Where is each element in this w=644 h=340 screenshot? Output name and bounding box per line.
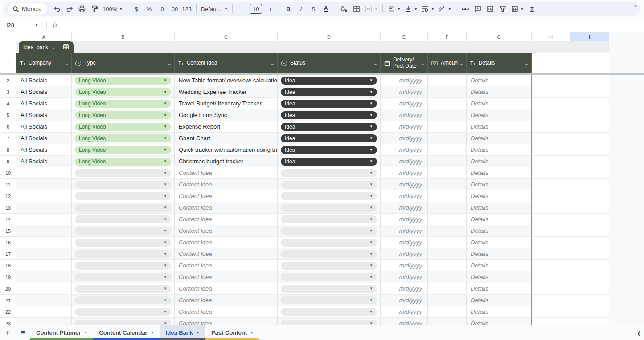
type-dropdown-chip[interactable]: ▼ [75, 250, 171, 258]
content-idea-cell[interactable]: Content Idea [175, 295, 278, 306]
column-header-H[interactable]: H [532, 32, 570, 41]
sheet-tab-past-content[interactable]: Past Content▼ [205, 325, 259, 340]
content-idea-cell[interactable]: Content Idea [175, 318, 278, 325]
table-tools-button[interactable]: ▼ [509, 3, 525, 15]
text-rotate-button[interactable]: A▼ [437, 3, 453, 15]
status-cell[interactable]: ▼ [278, 295, 381, 306]
type-dropdown-chip[interactable]: ▼ [75, 227, 171, 235]
delivery-date-cell[interactable]: m/d/yyyy [381, 237, 428, 248]
type-dropdown-chip[interactable]: Long Video▼ [75, 111, 171, 119]
empty-cell[interactable] [532, 121, 570, 133]
type-cell[interactable]: ▼ [72, 190, 175, 202]
company-cell[interactable]: All Socials [16, 109, 72, 121]
column-header-C[interactable]: C [175, 32, 278, 41]
type-dropdown-chip[interactable]: ▼ [75, 296, 171, 304]
row-header-20[interactable]: 20 [0, 283, 16, 295]
type-dropdown-chip[interactable]: ▼ [75, 181, 171, 189]
amount-cell[interactable] [428, 109, 467, 121]
company-cell[interactable] [16, 318, 72, 325]
hide-menus-icon[interactable]: ⌃ [633, 4, 638, 11]
table-column-header-type[interactable]: ⌄Type⌄ [72, 53, 175, 73]
content-idea-cell[interactable]: Google Form Sync [175, 109, 278, 121]
type-cell[interactable]: ▼ [72, 237, 175, 248]
sheet-tab-content-calendar[interactable]: Content Calendar▼ [93, 325, 160, 340]
column-header-D[interactable]: D [278, 32, 381, 41]
empty-cell[interactable] [532, 133, 570, 144]
amount-cell[interactable] [428, 179, 467, 190]
status-cell[interactable]: ▼ [278, 237, 381, 248]
type-dropdown-chip[interactable]: ▼ [75, 204, 171, 212]
table-column-header-status[interactable]: ⌄Status⌄ [278, 53, 381, 73]
details-cell[interactable]: Details [467, 190, 532, 202]
details-cell[interactable]: Details [467, 144, 532, 156]
column-header-E[interactable]: E [381, 32, 428, 41]
amount-cell[interactable] [428, 98, 467, 109]
details-cell[interactable]: Details [467, 306, 532, 318]
type-cell[interactable]: ▼ [72, 248, 175, 260]
content-idea-cell[interactable]: Content Idea [175, 202, 278, 214]
empty-cell[interactable] [570, 109, 609, 121]
more-formats-button[interactable]: 123 [180, 3, 193, 15]
empty-cell[interactable] [570, 133, 609, 144]
empty-cell[interactable] [532, 167, 570, 179]
company-cell[interactable]: All Socials [16, 121, 72, 133]
row-header-16[interactable]: 16 [0, 237, 16, 248]
type-dropdown-chip[interactable]: ▼ [75, 239, 171, 247]
text-wrap-button[interactable]: ▼ [420, 3, 436, 15]
table-column-header-content-idea[interactable]: TTContent Idea⌄ [175, 53, 278, 73]
empty-cell[interactable] [532, 202, 570, 214]
status-cell[interactable]: ▼ [278, 179, 381, 190]
empty-cell[interactable] [570, 248, 609, 260]
status-dropdown-chip[interactable]: ▼ [281, 192, 377, 200]
decrease-decimals-button[interactable]: .0 [156, 3, 167, 15]
column-header-G[interactable]: G [467, 32, 532, 41]
row-header-5[interactable]: 5 [0, 109, 16, 121]
amount-cell[interactable] [428, 202, 467, 214]
amount-cell[interactable] [428, 295, 467, 306]
row-header-2[interactable]: 2 [0, 75, 16, 86]
status-cell[interactable]: Idea▼ [278, 109, 381, 121]
amount-cell[interactable] [428, 318, 467, 325]
status-dropdown-chip[interactable]: ▼ [281, 215, 377, 223]
empty-cell[interactable] [570, 237, 609, 248]
company-cell[interactable] [16, 237, 72, 248]
status-dropdown-chip[interactable]: ▼ [281, 262, 377, 270]
empty-cell[interactable] [570, 179, 609, 190]
amount-cell[interactable] [428, 214, 467, 225]
status-cell[interactable]: ▼ [278, 248, 381, 260]
empty-cell[interactable] [570, 306, 609, 318]
empty-cell[interactable] [532, 260, 570, 271]
type-dropdown-chip[interactable]: ▼ [75, 273, 171, 281]
empty-cell[interactable] [532, 179, 570, 190]
details-cell[interactable]: Details [467, 225, 532, 237]
company-cell[interactable]: All Socials [16, 75, 72, 86]
empty-cell[interactable] [570, 75, 609, 86]
status-dropdown-chip[interactable]: ▼ [281, 308, 377, 316]
increase-decimals-button[interactable]: .00 [168, 3, 180, 15]
row-header-7[interactable]: 7 [0, 133, 16, 144]
sheet-tab-idea-bank[interactable]: Idea Bank▼ [160, 325, 205, 340]
details-cell[interactable]: Details [467, 214, 532, 225]
type-cell[interactable]: ▼ [72, 179, 175, 190]
delivery-date-cell[interactable]: m/d/yyyy [381, 133, 428, 144]
status-dropdown-chip[interactable]: Idea▼ [281, 88, 377, 96]
type-dropdown-chip[interactable]: ▼ [75, 308, 171, 316]
redo-button[interactable] [64, 3, 75, 15]
table-name-tab[interactable]: Idea_bank⌄ [19, 41, 74, 53]
status-cell[interactable]: ▼ [278, 260, 381, 271]
merge-cells-button[interactable]: ▼ [363, 3, 379, 15]
company-cell[interactable]: All Socials [16, 86, 72, 98]
collapse-side-panel-icon[interactable]: ❮ [637, 330, 641, 336]
zoom-select[interactable]: 100%▼ [101, 3, 124, 15]
delivery-date-cell[interactable]: m/d/yyyy [381, 248, 428, 260]
type-cell[interactable]: ▼ [72, 167, 175, 179]
table-column-header-details[interactable]: TTDetails⌄ [467, 53, 532, 73]
empty-cell[interactable] [532, 75, 570, 86]
format-percent-button[interactable]: % [143, 3, 155, 15]
details-cell[interactable]: Details [467, 133, 532, 144]
amount-cell[interactable] [428, 121, 467, 133]
amount-cell[interactable] [428, 75, 467, 86]
content-idea-cell[interactable]: Christmas budget tracker [175, 156, 278, 167]
empty-header-cell[interactable] [532, 53, 570, 73]
content-idea-cell[interactable]: Quick tracker with automation using trac… [175, 144, 278, 156]
